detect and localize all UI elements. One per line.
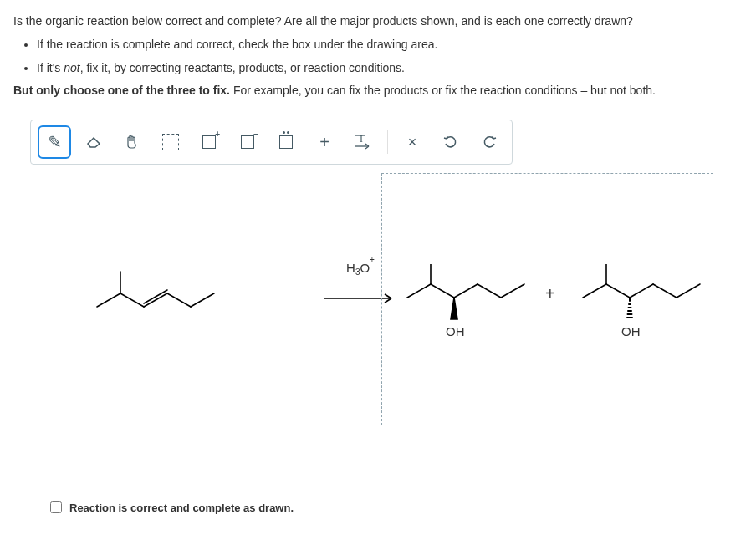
- reaction-correct-checkbox-row: Reaction is correct and complete as draw…: [47, 499, 756, 516]
- lone-pair-tool[interactable]: [270, 126, 302, 158]
- svg-line-16: [501, 284, 524, 298]
- text-arrow-icon: I: [354, 134, 372, 150]
- hydroxyl-label-1: OH: [446, 324, 465, 339]
- svg-line-7: [144, 290, 167, 303]
- product-1-structure[interactable]: OH: [399, 264, 541, 346]
- question-line3: But only choose one of the three to fix.…: [13, 81, 743, 101]
- plus-superscript-icon: +: [215, 130, 220, 139]
- svg-line-3: [97, 293, 120, 307]
- x-icon: ×: [408, 134, 417, 151]
- plus-between-products: +: [545, 284, 555, 303]
- svg-line-15: [478, 284, 501, 298]
- lone-pair-dots-icon: [283, 131, 289, 134]
- select-tool[interactable]: [155, 126, 186, 158]
- svg-line-27: [653, 284, 677, 298]
- product-2-structure[interactable]: OH: [575, 264, 708, 346]
- question-bullet-1: If the reaction is complete and correct,…: [37, 35, 743, 55]
- question-text: Is the organic reaction below correct an…: [0, 0, 756, 113]
- undo-tool[interactable]: [435, 126, 467, 158]
- svg-line-14: [454, 284, 478, 298]
- svg-line-9: [191, 293, 214, 307]
- hydroxyl-label-2: OH: [621, 324, 641, 339]
- hand-icon: [125, 134, 140, 150]
- reactant-structure[interactable]: [89, 265, 231, 326]
- svg-line-26: [630, 284, 653, 298]
- minus-superscript-icon: −: [253, 130, 258, 139]
- delete-tool[interactable]: ×: [396, 126, 428, 158]
- square-icon: [241, 135, 254, 149]
- undo-icon: [443, 135, 458, 150]
- svg-line-13: [431, 284, 454, 298]
- svg-line-11: [407, 284, 431, 298]
- svg-line-8: [167, 293, 191, 307]
- svg-line-6: [144, 293, 167, 307]
- text-arrow-tool[interactable]: I: [347, 126, 379, 158]
- reaction-correct-checkbox[interactable]: [50, 501, 62, 513]
- svg-line-19: [606, 284, 630, 298]
- eraser-icon: [85, 136, 102, 148]
- drawing-toolbar: ✎ + − + I ×: [30, 120, 513, 165]
- hand-tool[interactable]: [116, 126, 148, 158]
- dotted-square-icon: [162, 134, 179, 150]
- reaction-correct-label[interactable]: Reaction is correct and complete as draw…: [69, 501, 294, 514]
- pencil-icon: ✎: [48, 132, 62, 152]
- toolbar-separator: [387, 130, 388, 154]
- svg-line-17: [583, 284, 606, 298]
- charge-minus-tool[interactable]: −: [232, 126, 263, 158]
- square-icon: [279, 135, 293, 149]
- question-bullet-2: If it's not, fix it, by correcting react…: [37, 59, 743, 79]
- eraser-tool[interactable]: [78, 126, 110, 158]
- plus-icon: +: [319, 133, 329, 152]
- charge-plus-tool[interactable]: +: [193, 126, 225, 158]
- add-tool[interactable]: +: [309, 126, 340, 158]
- redo-icon: [482, 135, 497, 150]
- drawing-canvas[interactable]: H3O+ OH: [30, 173, 726, 474]
- products-selection-box[interactable]: OH +: [381, 173, 713, 425]
- redo-tool[interactable]: [473, 126, 505, 158]
- question-line1: Is the organic reaction below correct an…: [13, 12, 743, 32]
- svg-line-28: [677, 284, 700, 298]
- square-icon: [202, 135, 216, 149]
- pencil-tool[interactable]: ✎: [38, 125, 71, 159]
- svg-line-5: [120, 293, 144, 307]
